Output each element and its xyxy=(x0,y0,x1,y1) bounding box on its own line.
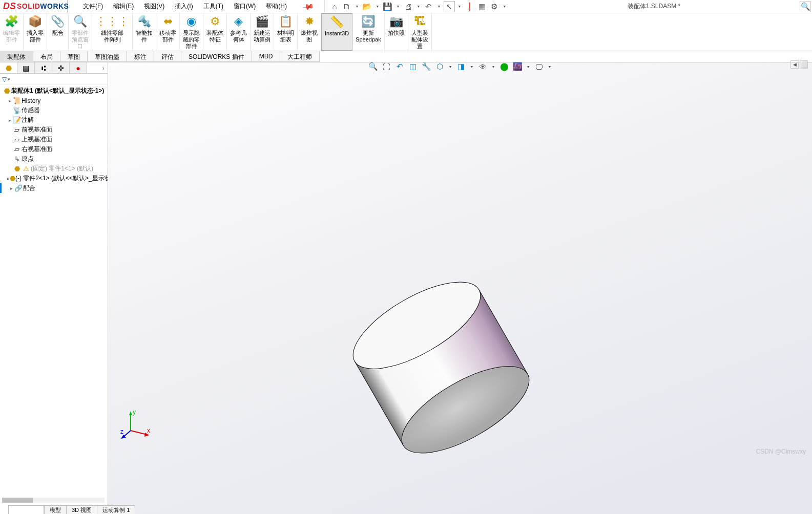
view-orient-dd[interactable]: ▾ xyxy=(447,61,453,72)
tree-front-plane[interactable]: ▱前视基准面 xyxy=(0,125,108,135)
cmd-motion-study[interactable]: 🎬新建运 动算例 xyxy=(251,13,274,51)
new-dropdown[interactable]: ▾ xyxy=(353,1,361,12)
cmd-show-hidden[interactable]: ◉显示隐 藏的零 部件 xyxy=(180,13,203,51)
open-dropdown[interactable]: ▾ xyxy=(374,1,381,12)
menu-edit[interactable]: 编辑(E) xyxy=(108,2,139,11)
undo-icon[interactable]: ↶ xyxy=(423,1,434,12)
ref-geom-icon: ◈ xyxy=(234,14,243,29)
cmd-bom[interactable]: 📋材料明 细表 xyxy=(274,13,298,51)
graphics-viewport[interactable]: 🔍 ⛶ ↶ ◫ 🔧 ⬡▾ ◨▾ 👁▾ ⬤ 🌆▾ 🖵▾ ◀ ⬜ xyxy=(108,62,812,514)
logo-works: WORKS xyxy=(40,2,69,10)
btab-motion[interactable]: 运动算例 1 xyxy=(97,505,135,514)
tab-annotate[interactable]: 标注 xyxy=(127,51,154,62)
tree-part1[interactable]: ⬣⚠(固定) 零件1<1> (默认) xyxy=(0,164,108,174)
print-dropdown[interactable]: ▾ xyxy=(415,1,422,12)
panel-tab-feature[interactable]: ⬣ xyxy=(0,62,17,73)
zoom-area-icon[interactable]: ⛶ xyxy=(381,61,392,72)
menu-window[interactable]: 窗口(W) xyxy=(228,2,261,11)
panel-tab-display[interactable]: ● xyxy=(70,62,87,73)
options-icon[interactable]: ▦ xyxy=(476,1,488,12)
search-icon[interactable]: 🔍 xyxy=(800,1,811,12)
scene-dd[interactable]: ▾ xyxy=(525,61,531,72)
tree-part2[interactable]: ▸⬣(-) 零件2<1> (默认<<默认>_显示状 xyxy=(0,174,108,183)
tree-filter[interactable]: ▽▾ xyxy=(0,74,108,85)
home-icon[interactable]: ⌂ xyxy=(329,1,340,12)
settings-dropdown[interactable]: ▾ xyxy=(501,1,508,12)
cmd-edit-component[interactable]: 🧩编辑零 部件 xyxy=(0,13,24,51)
cmd-smart-fasteners[interactable]: 🔩智能扣 件 xyxy=(133,13,156,51)
ds-logo-icon: DS xyxy=(3,1,16,12)
cmd-mate[interactable]: 📎配合 xyxy=(47,13,69,51)
cmd-assembly-features[interactable]: ⚙装配体 特征 xyxy=(203,13,227,51)
settings-icon[interactable]: ⚙ xyxy=(489,1,500,12)
print-icon[interactable]: 🖨 xyxy=(403,1,414,12)
panel-scrollbar[interactable] xyxy=(2,498,105,503)
quick-access-toolbar: ⌂ 🗋▾ 📂▾ 💾▾ 🖨▾ ↶▾ ↖▾ ❗ ▦ ⚙▾ xyxy=(324,0,508,13)
maximize-icon[interactable]: ⬜ xyxy=(800,60,808,69)
menu-insert[interactable]: 插入(I) xyxy=(170,2,198,11)
panel-tab-dimxpert[interactable]: ✜ xyxy=(52,62,70,73)
scene-icon[interactable]: 🌆 xyxy=(512,61,523,72)
tree-annotations[interactable]: ▸📝注解 xyxy=(0,115,108,125)
cmd-move-component[interactable]: ⬌移动零 部件 xyxy=(156,13,180,51)
zoom-fit-icon[interactable]: 🔍 xyxy=(367,61,379,72)
tree-right-plane[interactable]: ▱右视基准面 xyxy=(0,144,108,154)
cmd-update-speedpak[interactable]: 🔄更新 Speedpak xyxy=(352,13,385,51)
tab-mbd[interactable]: MBD xyxy=(252,51,281,62)
tree-top-plane[interactable]: ▱上视基准面 xyxy=(0,135,108,144)
orientation-triad[interactable]: y x z xyxy=(120,409,151,440)
panel-tab-config[interactable]: ⑆ xyxy=(35,62,52,73)
tab-assembly[interactable]: 装配体 xyxy=(0,51,33,62)
cmd-linear-pattern[interactable]: ⋮⋮⋮线性零部 件阵列 xyxy=(92,13,133,51)
save-icon[interactable]: 💾 xyxy=(382,1,393,12)
cmd-preview-window[interactable]: 🔍零部件 预览窗 口 xyxy=(69,13,92,51)
select-dropdown[interactable]: ▾ xyxy=(456,1,463,12)
collapse-left-icon[interactable]: ◀ xyxy=(790,60,799,69)
view-orientation-icon[interactable]: ⬡ xyxy=(434,61,445,72)
tree-root[interactable]: ⬣装配体1 (默认<默认_显示状态-1>) xyxy=(0,86,108,96)
btab-model[interactable]: 模型 xyxy=(44,505,67,514)
cmd-insert-component[interactable]: 📦插入零 部件 xyxy=(24,13,47,51)
panel-expand[interactable]: › xyxy=(87,62,108,73)
tab-addins[interactable]: SOLIDWORKS 插件 xyxy=(181,51,252,62)
display-style-icon[interactable]: ◨ xyxy=(455,61,467,72)
menu-view[interactable]: 视图(V) xyxy=(139,2,170,11)
prev-view-icon[interactable]: ↶ xyxy=(394,61,405,72)
btab-3dview[interactable]: 3D 视图 xyxy=(66,505,97,514)
cmd-large-assembly[interactable]: 🏗大型装 配体设 置 xyxy=(408,13,432,51)
cmd-reference-geom[interactable]: ◈参考几 何体 xyxy=(227,13,251,51)
model-cylinder[interactable] xyxy=(323,244,544,464)
view-settings-dd[interactable]: ▾ xyxy=(547,61,553,72)
rebuild-icon[interactable]: ❗ xyxy=(464,1,475,12)
tree-mates[interactable]: ▸🔗配合 xyxy=(0,183,108,193)
new-icon[interactable]: 🗋 xyxy=(341,1,352,12)
menu-help[interactable]: 帮助(H) xyxy=(261,2,292,11)
save-dropdown[interactable]: ▾ xyxy=(394,1,402,12)
cmd-exploded-view[interactable]: ✸爆炸视 图 xyxy=(298,13,321,51)
appearance-icon[interactable]: ⬤ xyxy=(498,61,510,72)
tab-engineer[interactable]: 大工程师 xyxy=(280,51,320,62)
open-icon[interactable]: 📂 xyxy=(362,1,373,12)
tab-sketch[interactable]: 草图 xyxy=(60,51,88,62)
undo-dropdown[interactable]: ▾ xyxy=(435,1,443,12)
view-settings-icon[interactable]: 🖵 xyxy=(533,61,545,72)
tab-sketch-ink[interactable]: 草图油墨 xyxy=(88,51,127,62)
tree-origin[interactable]: ↳原点 xyxy=(0,154,108,164)
tab-layout[interactable]: 布局 xyxy=(33,51,60,62)
display-style-dd[interactable]: ▾ xyxy=(469,61,475,72)
hide-show-dd[interactable]: ▾ xyxy=(490,61,496,72)
hide-show-icon[interactable]: 👁 xyxy=(477,61,488,72)
select-icon[interactable]: ↖ xyxy=(444,1,455,12)
panel-tab-property[interactable]: ▤ xyxy=(17,62,35,73)
menu-tools[interactable]: 工具(T) xyxy=(198,2,228,11)
mate-icon: 📎 xyxy=(51,14,65,29)
menu-file[interactable]: 文件(F) xyxy=(78,2,108,11)
tab-evaluate[interactable]: 评估 xyxy=(154,51,181,62)
cmd-snapshot[interactable]: 📷拍快照 xyxy=(385,13,408,51)
tree-history[interactable]: ▸📜History xyxy=(0,96,108,105)
dynamic-section-icon[interactable]: 🔧 xyxy=(421,61,432,72)
tree-sensors[interactable]: 📡传感器 xyxy=(0,105,108,115)
cmd-instant3d[interactable]: 📏Instant3D xyxy=(321,13,352,51)
section-view-icon[interactable]: ◫ xyxy=(407,61,419,72)
heads-up-toolbar: 🔍 ⛶ ↶ ◫ 🔧 ⬡▾ ◨▾ 👁▾ ⬤ 🌆▾ 🖵▾ xyxy=(366,60,554,73)
